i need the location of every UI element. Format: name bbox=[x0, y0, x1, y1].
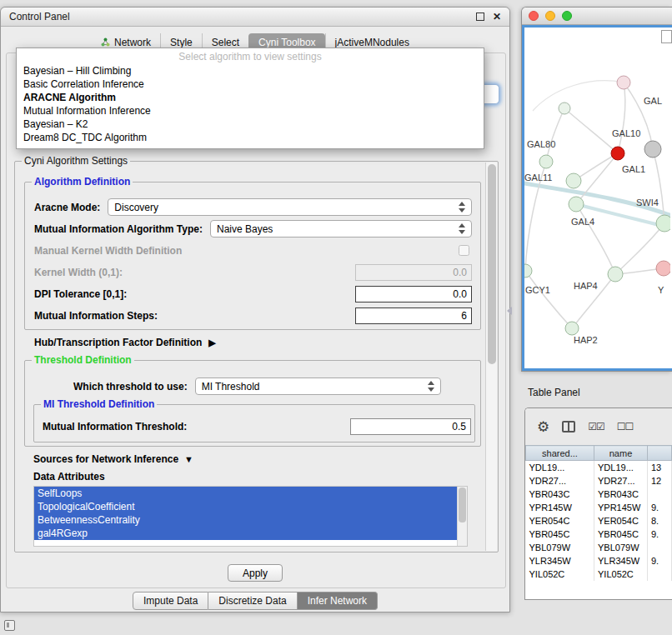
network-node[interactable] bbox=[617, 76, 630, 89]
data-attribute-item[interactable]: TopologicalCoefficient bbox=[34, 500, 457, 513]
table-row[interactable]: YER054CYER054C8. bbox=[526, 514, 672, 528]
network-node[interactable] bbox=[524, 264, 532, 278]
table-cell: YBL079W bbox=[526, 541, 594, 554]
network-node[interactable] bbox=[611, 147, 624, 160]
aracne-mode-value: Discovery bbox=[114, 202, 158, 213]
table-row[interactable]: YLR345WYLR345W9. bbox=[526, 554, 672, 568]
network-node[interactable] bbox=[656, 215, 670, 232]
table-column-header[interactable]: shared... bbox=[526, 446, 594, 461]
dropdown-placeholder: Select algorithm to view settings bbox=[17, 50, 484, 64]
bottom-tab-impute-data[interactable]: Impute Data bbox=[133, 592, 208, 610]
float-window-icon[interactable] bbox=[476, 12, 484, 21]
network-node[interactable] bbox=[566, 173, 581, 188]
mi-type-row: Mutual Information Algorithm Type: Naive… bbox=[34, 220, 472, 238]
network-node[interactable] bbox=[656, 261, 670, 276]
table-row[interactable]: YDR27...YDR27...12 bbox=[526, 474, 672, 488]
table-column-header[interactable]: name bbox=[594, 446, 648, 461]
network-node-label: GAL1 bbox=[622, 164, 645, 174]
bottom-tab-infer-network[interactable]: Infer Network bbox=[298, 592, 378, 610]
data-attribute-item[interactable]: gal4RGexp bbox=[34, 527, 457, 540]
table-row[interactable]: YDL19...YDL19...13 bbox=[526, 461, 672, 474]
threshold-definition-group: Threshold Definition Which threshold to … bbox=[24, 360, 481, 447]
attributes-scrollbar[interactable] bbox=[457, 487, 467, 546]
table-cell: 12 bbox=[648, 474, 672, 488]
deselect-all-icon[interactable]: ☐☐ bbox=[617, 421, 634, 432]
algorithm-option[interactable]: Mutual Information Inference bbox=[17, 104, 484, 118]
network-node-label: GAL bbox=[644, 96, 662, 106]
zoom-traffic-light-icon[interactable] bbox=[562, 11, 572, 21]
network-window-titlebar[interactable] bbox=[522, 8, 672, 25]
network-node[interactable] bbox=[539, 155, 553, 168]
window-controls: ✕ bbox=[476, 12, 501, 22]
network-node-label: HAP2 bbox=[574, 335, 598, 345]
table-cell: YIL052C bbox=[594, 568, 648, 581]
data-attribute-item[interactable]: SelfLoops bbox=[34, 487, 457, 500]
table-cell: 9. bbox=[648, 501, 672, 514]
network-view-window: GALGAL10GAL80GAL1GAL11SWI4GAL4GCY1HAP4YH… bbox=[521, 7, 672, 372]
mi-steps-field[interactable]: 6 bbox=[355, 308, 472, 324]
table-row[interactable]: YIL052CYIL052C bbox=[526, 568, 672, 581]
network-tab-icon bbox=[101, 38, 110, 47]
mi-threshold-field[interactable]: 0.5 bbox=[350, 418, 471, 435]
which-threshold-select[interactable]: MI Threshold bbox=[195, 378, 441, 395]
table-row[interactable]: YBL079WYBL079W bbox=[526, 541, 672, 554]
mi-threshold-row: Mutual Information Threshold: 0.5 bbox=[43, 418, 471, 435]
network-node[interactable] bbox=[559, 102, 570, 114]
panel-dock-icon[interactable] bbox=[4, 620, 15, 631]
table-cell: YDL19... bbox=[594, 461, 648, 474]
settings-scrollbar-thumb[interactable] bbox=[488, 164, 496, 364]
mi-type-select[interactable]: Naive Bayes bbox=[210, 220, 472, 238]
data-attribute-item[interactable]: BetweennessCentrality bbox=[34, 513, 457, 527]
table-cell: 9. bbox=[648, 554, 672, 568]
hub-tf-definition-toggle[interactable]: Hub/Transcription Factor Definition ▶ bbox=[34, 337, 216, 348]
table-cell: YPR145W bbox=[526, 501, 594, 514]
algorithm-option[interactable]: ARACNE Algorithm bbox=[17, 91, 484, 104]
dpi-tolerance-field[interactable]: 0.0 bbox=[355, 286, 472, 302]
algorithm-option[interactable]: Basic Correlation Inference bbox=[17, 78, 484, 91]
close-icon[interactable]: ✕ bbox=[493, 12, 501, 22]
network-edge bbox=[576, 204, 615, 274]
threshold-definition-title: Threshold Definition bbox=[32, 354, 134, 366]
select-all-icon[interactable]: ☑☑ bbox=[588, 421, 604, 432]
table-row[interactable]: YBR045CYBR045C9. bbox=[526, 528, 672, 541]
control-panel-titlebar[interactable]: Control Panel ✕ bbox=[1, 8, 509, 27]
algorithm-option[interactable]: Bayesian – K2 bbox=[17, 118, 484, 131]
sources-toggle[interactable]: Sources for Network Inference ▼ bbox=[33, 453, 193, 465]
mi-type-label: Mutual Information Algorithm Type: bbox=[34, 223, 203, 235]
bottom-tab-discretize-data[interactable]: Discretize Data bbox=[208, 592, 297, 610]
close-traffic-light-icon[interactable] bbox=[529, 11, 539, 21]
attributes-scrollbar-thumb[interactable] bbox=[459, 488, 466, 522]
network-node[interactable] bbox=[565, 322, 579, 335]
data-attributes-list[interactable]: SelfLoopsTopologicalCoefficientBetweenne… bbox=[33, 486, 468, 547]
network-edge bbox=[533, 81, 624, 111]
mi-type-value: Naive Bayes bbox=[217, 223, 273, 235]
expanded-arrow-icon: ▼ bbox=[184, 454, 193, 464]
split-pane-handle-icon[interactable] bbox=[507, 307, 512, 315]
manual-kernel-checkbox[interactable] bbox=[459, 245, 469, 256]
apply-button[interactable]: Apply bbox=[228, 564, 283, 582]
column-visibility-icon[interactable] bbox=[562, 421, 575, 432]
network-node[interactable] bbox=[644, 141, 661, 158]
settings-scrollbar[interactable] bbox=[485, 162, 497, 551]
table-cell: 8. bbox=[648, 514, 672, 528]
minimize-traffic-light-icon[interactable] bbox=[545, 11, 555, 21]
table-row[interactable]: YPR145WYPR145W9. bbox=[526, 501, 672, 514]
gear-icon[interactable]: ⚙ bbox=[537, 420, 549, 434]
table-cell: YPR145W bbox=[594, 501, 648, 514]
algorithm-option[interactable]: Dream8 DC_TDC Algorithm bbox=[17, 131, 484, 144]
network-node[interactable] bbox=[608, 267, 623, 282]
collapsed-arrow-icon: ▶ bbox=[208, 338, 215, 348]
mi-threshold-definition-group: MI Threshold Definition Mutual Informati… bbox=[33, 404, 475, 442]
aracne-mode-select[interactable]: Discovery bbox=[108, 198, 472, 216]
table-column-header[interactable] bbox=[648, 446, 672, 461]
table-cell bbox=[648, 568, 672, 581]
network-node-label: SWI4 bbox=[636, 198, 659, 208]
table-cell: YDR27... bbox=[594, 474, 648, 488]
network-node-label: GCY1 bbox=[525, 285, 550, 295]
table-cell: 9. bbox=[648, 528, 672, 541]
network-canvas[interactable]: GALGAL10GAL80GAL1GAL11SWI4GAL4GCY1HAP4YH… bbox=[522, 25, 672, 371]
network-node[interactable] bbox=[569, 197, 584, 212]
algorithm-option[interactable]: Bayesian – Hill Climbing bbox=[17, 64, 484, 78]
table-row[interactable]: YBR043CYBR043C bbox=[526, 488, 672, 501]
table-cell: 13 bbox=[648, 461, 672, 474]
